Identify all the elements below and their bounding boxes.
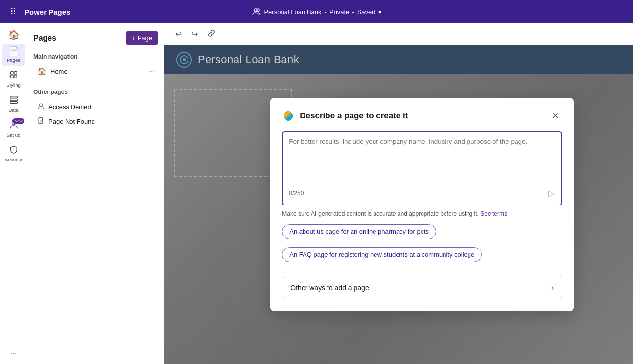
svg-rect-8 bbox=[10, 102, 17, 104]
app-grid-icon[interactable]: ⠿ bbox=[6, 5, 20, 19]
setup-label: Set up bbox=[7, 132, 20, 137]
svg-rect-3 bbox=[14, 72, 16, 74]
other-page-access-denied[interactable]: Access Denied bbox=[33, 99, 158, 114]
pages-label: Pages bbox=[7, 57, 20, 63]
other-ways-label: Other ways to add a page bbox=[290, 284, 369, 292]
svg-rect-4 bbox=[10, 75, 13, 78]
modal-title-row: Describe a page to create it bbox=[282, 110, 408, 122]
modal-header: Describe a page to create it ✕ bbox=[282, 110, 562, 122]
svg-rect-2 bbox=[10, 72, 13, 74]
link-button[interactable] bbox=[205, 27, 218, 41]
redo-button[interactable]: ↪ bbox=[188, 27, 201, 41]
data-icon bbox=[9, 95, 18, 106]
modal-title: Describe a page to create it bbox=[300, 111, 408, 121]
sidebar-item-home[interactable]: 🏠 bbox=[2, 27, 25, 42]
site-status: Private bbox=[329, 8, 349, 16]
data-label: Data bbox=[8, 107, 18, 113]
content-area: ↩ ↪ Personal Loan Bank bbox=[164, 23, 633, 364]
security-label: Security bbox=[5, 157, 22, 162]
home-nav-icon: 🏠 bbox=[37, 67, 47, 76]
nav-item-home[interactable]: 🏠 Home ··· bbox=[33, 64, 158, 79]
app-title: Power Pages bbox=[24, 8, 70, 16]
add-page-button[interactable]: + Page bbox=[126, 31, 158, 45]
other-pages-label: Other pages bbox=[33, 89, 158, 95]
suggestion-chip-1[interactable]: An FAQ page for registering new students… bbox=[282, 247, 482, 262]
other-pages-section: Other pages Access Denied Page bbox=[33, 87, 158, 129]
page-not-found-label: Page Not Found bbox=[48, 118, 95, 125]
new-badge: New bbox=[12, 118, 24, 124]
see-terms-link[interactable]: See terms bbox=[480, 210, 507, 217]
pages-panel: Pages + Page Main navigation 🏠 Home ··· … bbox=[27, 23, 164, 364]
ai-disclaimer: Make sure AI-generated content is accura… bbox=[282, 210, 562, 217]
svg-rect-5 bbox=[14, 75, 16, 78]
home-icon: 🏠 bbox=[8, 30, 19, 39]
preview-area: Personal Loan Bank bbox=[164, 45, 633, 364]
site-users-icon bbox=[251, 7, 261, 17]
styling-icon bbox=[9, 70, 18, 81]
home-nav-label: Home bbox=[50, 68, 68, 75]
svg-point-9 bbox=[40, 104, 43, 107]
icon-sidebar: 🏠 📄 Pages Styling bbox=[0, 23, 27, 364]
svg-rect-6 bbox=[10, 96, 17, 98]
site-name: Personal Loan Bank bbox=[264, 8, 321, 16]
sidebar-item-security[interactable]: Security bbox=[2, 142, 25, 165]
chevron-down-icon[interactable]: ▾ bbox=[378, 8, 382, 16]
svg-rect-10 bbox=[39, 118, 43, 124]
pages-panel-header: Pages + Page bbox=[33, 31, 158, 45]
copilot-icon bbox=[282, 110, 295, 122]
toolbar: ↩ ↪ bbox=[164, 23, 633, 45]
other-ways-arrow-icon: › bbox=[551, 283, 554, 292]
svg-rect-7 bbox=[10, 99, 17, 101]
modal-close-button[interactable]: ✕ bbox=[549, 110, 562, 122]
create-page-modal: Describe a page to create it ✕ 0/250 ▷ M… bbox=[270, 98, 574, 311]
char-count: 0/250 bbox=[289, 190, 304, 197]
site-separator: - bbox=[325, 8, 327, 16]
other-page-not-found[interactable]: Page Not Found bbox=[33, 114, 158, 129]
sidebar-item-data[interactable]: Data bbox=[2, 92, 25, 115]
modal-textarea-footer: 0/250 ▷ bbox=[289, 188, 555, 199]
page-not-found-icon bbox=[37, 117, 45, 126]
undo-button[interactable]: ↩ bbox=[172, 27, 185, 41]
access-denied-label: Access Denied bbox=[48, 103, 91, 111]
pages-panel-title: Pages bbox=[33, 34, 56, 43]
pages-icon: 📄 bbox=[8, 47, 19, 56]
other-ways-row[interactable]: Other ways to add a page › bbox=[282, 276, 562, 299]
site-info: Personal Loan Bank - Private - Saved ▾ bbox=[251, 7, 381, 17]
send-button[interactable]: ▷ bbox=[548, 188, 555, 199]
main-layout: 🏠 📄 Pages Styling bbox=[0, 23, 633, 364]
add-page-label: Page bbox=[138, 34, 152, 42]
page-description-input[interactable] bbox=[289, 138, 555, 182]
sidebar-item-pages[interactable]: 📄 Pages bbox=[2, 44, 25, 66]
site-saved: Saved bbox=[357, 8, 375, 16]
suggestions-row: An about us page for an online pharmacy … bbox=[282, 224, 562, 267]
home-nav-more-icon[interactable]: ··· bbox=[148, 68, 154, 75]
sidebar-item-setup[interactable]: New Set up bbox=[2, 117, 25, 140]
styling-label: Styling bbox=[6, 82, 21, 88]
suggestion-chip-0[interactable]: An about us page for an online pharmacy … bbox=[282, 224, 436, 239]
add-page-plus-icon: + bbox=[132, 34, 136, 42]
site-separator2: - bbox=[352, 8, 354, 16]
modal-textarea-wrapper: 0/250 ▷ bbox=[282, 131, 562, 205]
security-icon bbox=[9, 145, 18, 156]
sidebar-item-styling[interactable]: Styling bbox=[2, 68, 25, 91]
main-navigation-label: Main navigation bbox=[33, 53, 158, 60]
top-bar: ⠿ Power Pages Personal Loan Bank - Priva… bbox=[0, 0, 633, 23]
access-denied-icon bbox=[37, 102, 45, 111]
sidebar-more-icon[interactable]: ··· bbox=[10, 349, 17, 358]
